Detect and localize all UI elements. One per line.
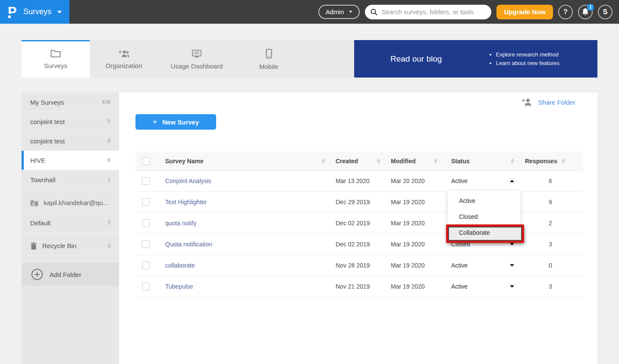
dashboard-icon bbox=[192, 50, 202, 58]
notification-badge: 1 bbox=[587, 4, 594, 11]
status-option-closed[interactable]: Closed bbox=[448, 208, 520, 224]
responses-count: 6 bbox=[549, 177, 552, 184]
sidebar-item-conjoint-test-1[interactable]: conjoint test 0 bbox=[22, 112, 119, 131]
search-input[interactable] bbox=[381, 8, 486, 16]
folder-count: 439 bbox=[102, 99, 110, 105]
folder-count: 0 bbox=[107, 118, 110, 124]
tab-label: Surveys bbox=[44, 62, 67, 69]
survey-name-link[interactable]: collaborate bbox=[165, 262, 195, 269]
product-menu[interactable]: P Surveys bbox=[0, 0, 69, 24]
sort-icon[interactable] bbox=[434, 159, 437, 163]
row-checkbox[interactable] bbox=[142, 261, 150, 269]
folder-label: conjoint test bbox=[30, 118, 65, 125]
help-button[interactable]: ? bbox=[558, 5, 573, 19]
sidebar-item-my-surveys[interactable]: My Surveys 439 bbox=[22, 93, 119, 112]
chevron-down-icon bbox=[57, 11, 62, 13]
sidebar-item-shared-account[interactable]: kapil.khandekar@que… bbox=[22, 193, 119, 213]
person-add-icon bbox=[522, 98, 532, 106]
folder-label: My Surveys bbox=[30, 99, 64, 106]
created-date: Mar 13 2020 bbox=[336, 177, 370, 184]
folder-count: 3 bbox=[107, 220, 110, 226]
notifications-button[interactable]: 1 bbox=[578, 5, 593, 19]
new-survey-button[interactable]: + New Survey bbox=[135, 114, 216, 130]
modified-date: Mar 20 2020 bbox=[391, 177, 425, 184]
responses-count: 0 bbox=[549, 262, 552, 269]
share-folder-link[interactable]: Share Folder bbox=[522, 98, 575, 106]
chevron-down-icon bbox=[349, 11, 352, 13]
people-add-icon bbox=[118, 50, 130, 58]
sort-icon[interactable] bbox=[511, 159, 514, 163]
responses-count: 9 bbox=[549, 199, 552, 205]
status-dropdown-trigger[interactable]: Active bbox=[451, 283, 514, 290]
add-folder-button[interactable]: Add Folder bbox=[22, 263, 119, 286]
survey-name-link[interactable]: quota notify bbox=[165, 220, 196, 227]
column-header-modified: Modified bbox=[391, 158, 416, 165]
admin-menu-label: Admin bbox=[326, 8, 344, 16]
product-menu-label: Surveys bbox=[23, 7, 51, 16]
column-header-status: Status bbox=[451, 158, 470, 165]
table-row: Conjoint Analysis Mar 13 2020 Mar 20 202… bbox=[135, 171, 583, 192]
folder-label: Townhall bbox=[30, 176, 55, 184]
status-option-active[interactable]: Active bbox=[448, 193, 520, 208]
row-checkbox[interactable] bbox=[142, 177, 150, 185]
status-value: Active bbox=[451, 283, 468, 290]
responses-count: 3 bbox=[549, 241, 552, 248]
question-mark-icon: ? bbox=[563, 8, 568, 16]
tab-surveys[interactable]: Surveys bbox=[22, 40, 90, 78]
column-header-responses: Responses bbox=[525, 158, 557, 165]
mobile-icon bbox=[266, 49, 272, 59]
row-checkbox[interactable] bbox=[142, 219, 150, 227]
status-value: Active bbox=[451, 262, 468, 269]
plus-icon: + bbox=[153, 118, 157, 127]
upgrade-now-button[interactable]: Upgrade Now bbox=[496, 5, 553, 19]
avatar-initial: S bbox=[603, 8, 608, 16]
select-all-checkbox[interactable] bbox=[142, 157, 150, 165]
created-date: Nov 28 2019 bbox=[336, 262, 370, 269]
user-avatar[interactable]: S bbox=[598, 5, 613, 19]
caret-up-icon bbox=[510, 180, 514, 182]
sort-icon[interactable] bbox=[322, 159, 325, 163]
survey-name-link[interactable]: Tubepulse bbox=[165, 283, 193, 290]
folder-count: 0 bbox=[107, 138, 110, 144]
tab-mobile[interactable]: Mobile bbox=[236, 40, 302, 78]
folder-count: 3 bbox=[107, 243, 110, 249]
topbar-actions: Admin Upgrade Now ? 1 S bbox=[318, 5, 619, 19]
brand-logo-icon: P bbox=[8, 5, 17, 19]
row-checkbox[interactable] bbox=[142, 198, 150, 206]
responses-count: 3 bbox=[549, 283, 552, 290]
table-header-row: Survey Name Created Modified Status Resp… bbox=[135, 152, 583, 171]
tab-usage-dashboard[interactable]: Usage Dashboard bbox=[158, 40, 236, 78]
new-survey-label: New Survey bbox=[162, 118, 199, 126]
caret-down-icon bbox=[510, 243, 514, 246]
sort-icon[interactable] bbox=[562, 159, 565, 163]
status-dropdown-trigger[interactable]: Active bbox=[451, 177, 514, 184]
sidebar-item-townhall[interactable]: Townhall 1 bbox=[22, 170, 119, 190]
status-value: Active bbox=[451, 177, 468, 184]
folder-count: 1 bbox=[107, 177, 110, 183]
status-dropdown-trigger[interactable]: Active bbox=[451, 262, 514, 269]
responses-count: 2 bbox=[549, 220, 552, 227]
row-checkbox[interactable] bbox=[142, 240, 150, 248]
sidebar-item-hive[interactable]: HIVE 6 bbox=[22, 151, 119, 170]
tab-label: Usage Dashboard bbox=[171, 62, 223, 70]
blog-banner[interactable]: Read our blog Explore research method Le… bbox=[354, 40, 597, 78]
sidebar-item-recycle-bin[interactable]: Recycle Bin 3 bbox=[22, 236, 119, 256]
admin-menu[interactable]: Admin bbox=[318, 5, 360, 19]
status-option-collaborate[interactable]: Collaborate bbox=[448, 224, 520, 240]
main-tabs: Surveys Organization Usage Dashboard Mob… bbox=[22, 40, 354, 78]
survey-name-link[interactable]: Conjoint Analysis bbox=[165, 177, 211, 184]
survey-name-link[interactable]: Text Highlighter bbox=[165, 199, 207, 205]
shared-folder-icon bbox=[30, 199, 38, 206]
sidebar-item-default[interactable]: Default 3 bbox=[22, 213, 119, 233]
table-row: collaborate Nov 28 2019 Mar 19 2020 Acti… bbox=[135, 255, 583, 276]
tab-label: Mobile bbox=[259, 63, 278, 70]
sort-icon[interactable] bbox=[377, 159, 380, 163]
survey-name-link[interactable]: Quota notification bbox=[165, 241, 212, 248]
tab-organization[interactable]: Organization bbox=[90, 40, 158, 78]
sidebar-divider bbox=[22, 233, 119, 236]
folder-label: HIVE bbox=[30, 157, 45, 164]
row-checkbox[interactable] bbox=[142, 283, 150, 290]
sidebar-item-conjoint-test-2[interactable]: conjoint test 0 bbox=[22, 131, 119, 151]
banner-bullet-list: Explore research method Learn about new … bbox=[489, 49, 559, 68]
banner-bullet: Learn about new features bbox=[496, 60, 559, 66]
